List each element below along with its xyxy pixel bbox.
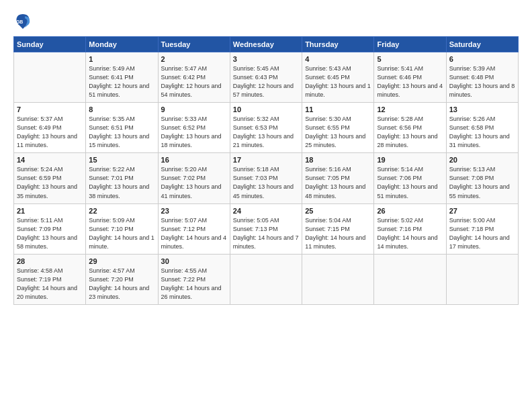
day-info: Sunrise: 5:16 AMSunset: 7:05 PMDaylight:… bbox=[305, 165, 371, 200]
header-cell-saturday: Saturday bbox=[446, 37, 518, 52]
day-info: Sunrise: 5:49 AMSunset: 6:41 PMDaylight:… bbox=[89, 64, 154, 99]
day-info: Sunrise: 5:07 AMSunset: 7:12 PMDaylight:… bbox=[161, 216, 227, 251]
week-row-2: 7Sunrise: 5:37 AMSunset: 6:49 PMDaylight… bbox=[14, 103, 519, 153]
day-cell: 16Sunrise: 5:20 AMSunset: 7:02 PMDayligh… bbox=[158, 153, 230, 203]
day-info: Sunrise: 4:55 AMSunset: 7:22 PMDaylight:… bbox=[161, 267, 227, 302]
day-number: 22 bbox=[89, 207, 154, 215]
day-number: 2 bbox=[161, 55, 227, 63]
header-cell-tuesday: Tuesday bbox=[158, 37, 230, 52]
day-info: Sunrise: 5:41 AMSunset: 6:46 PMDaylight:… bbox=[377, 64, 443, 99]
week-row-4: 21Sunrise: 5:11 AMSunset: 7:09 PMDayligh… bbox=[14, 203, 519, 254]
header-row: SundayMondayTuesdayWednesdayThursdayFrid… bbox=[14, 37, 519, 52]
day-number: 27 bbox=[449, 207, 515, 215]
day-cell: 20Sunrise: 5:13 AMSunset: 7:08 PMDayligh… bbox=[446, 153, 518, 203]
day-number: 29 bbox=[89, 257, 154, 265]
day-info: Sunrise: 5:24 AMSunset: 6:59 PMDaylight:… bbox=[17, 165, 83, 200]
day-number: 8 bbox=[89, 105, 154, 113]
calendar-body: 1Sunrise: 5:49 AMSunset: 6:41 PMDaylight… bbox=[14, 52, 519, 305]
day-cell: 4Sunrise: 5:43 AMSunset: 6:45 PMDaylight… bbox=[302, 52, 374, 103]
day-cell: 21Sunrise: 5:11 AMSunset: 7:09 PMDayligh… bbox=[14, 203, 86, 254]
day-number: 23 bbox=[161, 207, 227, 215]
day-cell: 9Sunrise: 5:33 AMSunset: 6:52 PMDaylight… bbox=[158, 103, 230, 153]
day-info: Sunrise: 5:33 AMSunset: 6:52 PMDaylight:… bbox=[161, 115, 227, 150]
day-cell: 15Sunrise: 5:22 AMSunset: 7:01 PMDayligh… bbox=[86, 153, 158, 203]
day-number: 25 bbox=[305, 207, 371, 215]
day-number: 16 bbox=[161, 156, 227, 164]
day-cell: 29Sunrise: 4:57 AMSunset: 7:20 PMDayligh… bbox=[86, 254, 158, 304]
day-cell: 17Sunrise: 5:18 AMSunset: 7:03 PMDayligh… bbox=[230, 153, 302, 203]
day-number: 19 bbox=[377, 156, 443, 164]
day-number: 1 bbox=[89, 55, 154, 63]
day-number: 21 bbox=[17, 207, 83, 215]
day-cell: 27Sunrise: 5:00 AMSunset: 7:18 PMDayligh… bbox=[446, 203, 518, 254]
day-info: Sunrise: 5:04 AMSunset: 7:15 PMDaylight:… bbox=[305, 216, 371, 251]
header-cell-friday: Friday bbox=[374, 37, 446, 52]
day-info: Sunrise: 5:32 AMSunset: 6:53 PMDaylight:… bbox=[233, 115, 299, 150]
day-cell: 3Sunrise: 5:45 AMSunset: 6:43 PMDaylight… bbox=[230, 52, 302, 103]
day-cell: 6Sunrise: 5:39 AMSunset: 6:48 PMDaylight… bbox=[446, 52, 518, 103]
day-number: 26 bbox=[377, 207, 443, 215]
day-number: 13 bbox=[449, 105, 515, 113]
day-info: Sunrise: 5:47 AMSunset: 6:42 PMDaylight:… bbox=[161, 64, 227, 99]
day-number: 4 bbox=[305, 55, 371, 63]
day-number: 5 bbox=[377, 55, 443, 63]
day-info: Sunrise: 5:14 AMSunset: 7:06 PMDaylight:… bbox=[377, 165, 443, 200]
day-number: 3 bbox=[233, 55, 299, 63]
day-cell: 18Sunrise: 5:16 AMSunset: 7:05 PMDayligh… bbox=[302, 153, 374, 203]
day-number: 7 bbox=[17, 105, 83, 113]
calendar-page: GB SundayMondayTuesdayWednesdayThursdayF… bbox=[0, 0, 532, 411]
day-number: 20 bbox=[449, 156, 515, 164]
day-number: 17 bbox=[233, 156, 299, 164]
logo: GB bbox=[13, 12, 35, 31]
day-cell: 1Sunrise: 5:49 AMSunset: 6:41 PMDaylight… bbox=[86, 52, 158, 103]
week-row-1: 1Sunrise: 5:49 AMSunset: 6:41 PMDaylight… bbox=[14, 52, 519, 103]
header-cell-wednesday: Wednesday bbox=[230, 37, 302, 52]
header-cell-monday: Monday bbox=[86, 37, 158, 52]
day-info: Sunrise: 5:35 AMSunset: 6:51 PMDaylight:… bbox=[89, 115, 154, 150]
day-number: 12 bbox=[377, 105, 443, 113]
day-info: Sunrise: 5:02 AMSunset: 7:16 PMDaylight:… bbox=[377, 216, 443, 251]
day-cell: 30Sunrise: 4:55 AMSunset: 7:22 PMDayligh… bbox=[158, 254, 230, 304]
day-cell: 23Sunrise: 5:07 AMSunset: 7:12 PMDayligh… bbox=[158, 203, 230, 254]
header-cell-thursday: Thursday bbox=[302, 37, 374, 52]
day-cell: 25Sunrise: 5:04 AMSunset: 7:15 PMDayligh… bbox=[302, 203, 374, 254]
day-cell: 11Sunrise: 5:30 AMSunset: 6:55 PMDayligh… bbox=[302, 103, 374, 153]
day-number: 11 bbox=[305, 105, 371, 113]
week-row-5: 28Sunrise: 4:58 AMSunset: 7:19 PMDayligh… bbox=[14, 254, 519, 304]
day-info: Sunrise: 5:30 AMSunset: 6:55 PMDaylight:… bbox=[305, 115, 371, 150]
day-info: Sunrise: 5:37 AMSunset: 6:49 PMDaylight:… bbox=[17, 115, 83, 150]
day-info: Sunrise: 5:18 AMSunset: 7:03 PMDaylight:… bbox=[233, 165, 299, 200]
day-cell: 7Sunrise: 5:37 AMSunset: 6:49 PMDaylight… bbox=[14, 103, 86, 153]
day-number: 24 bbox=[233, 207, 299, 215]
day-info: Sunrise: 5:28 AMSunset: 6:56 PMDaylight:… bbox=[377, 115, 443, 150]
day-number: 14 bbox=[17, 156, 83, 164]
day-number: 15 bbox=[89, 156, 154, 164]
day-info: Sunrise: 5:13 AMSunset: 7:08 PMDaylight:… bbox=[449, 165, 515, 200]
day-number: 6 bbox=[449, 55, 515, 63]
day-cell bbox=[446, 254, 518, 304]
day-info: Sunrise: 4:58 AMSunset: 7:19 PMDaylight:… bbox=[17, 267, 83, 302]
day-cell: 19Sunrise: 5:14 AMSunset: 7:06 PMDayligh… bbox=[374, 153, 446, 203]
day-cell: 24Sunrise: 5:05 AMSunset: 7:13 PMDayligh… bbox=[230, 203, 302, 254]
logo-icon: GB bbox=[13, 12, 32, 31]
day-cell: 8Sunrise: 5:35 AMSunset: 6:51 PMDaylight… bbox=[86, 103, 158, 153]
day-cell bbox=[302, 254, 374, 304]
day-cell bbox=[14, 52, 86, 103]
svg-text:GB: GB bbox=[16, 19, 24, 24]
day-cell: 22Sunrise: 5:09 AMSunset: 7:10 PMDayligh… bbox=[86, 203, 158, 254]
week-row-3: 14Sunrise: 5:24 AMSunset: 6:59 PMDayligh… bbox=[14, 153, 519, 203]
day-cell: 2Sunrise: 5:47 AMSunset: 6:42 PMDaylight… bbox=[158, 52, 230, 103]
day-cell bbox=[230, 254, 302, 304]
day-cell: 28Sunrise: 4:58 AMSunset: 7:19 PMDayligh… bbox=[14, 254, 86, 304]
day-info: Sunrise: 5:39 AMSunset: 6:48 PMDaylight:… bbox=[449, 64, 515, 99]
day-info: Sunrise: 5:45 AMSunset: 6:43 PMDaylight:… bbox=[233, 64, 299, 99]
day-cell bbox=[374, 254, 446, 304]
day-cell: 13Sunrise: 5:26 AMSunset: 6:58 PMDayligh… bbox=[446, 103, 518, 153]
day-cell: 26Sunrise: 5:02 AMSunset: 7:16 PMDayligh… bbox=[374, 203, 446, 254]
day-info: Sunrise: 5:09 AMSunset: 7:10 PMDaylight:… bbox=[89, 216, 154, 251]
day-info: Sunrise: 5:22 AMSunset: 7:01 PMDaylight:… bbox=[89, 165, 154, 200]
day-info: Sunrise: 5:05 AMSunset: 7:13 PMDaylight:… bbox=[233, 216, 299, 251]
day-number: 10 bbox=[233, 105, 299, 113]
day-cell: 10Sunrise: 5:32 AMSunset: 6:53 PMDayligh… bbox=[230, 103, 302, 153]
header-cell-sunday: Sunday bbox=[14, 37, 86, 52]
